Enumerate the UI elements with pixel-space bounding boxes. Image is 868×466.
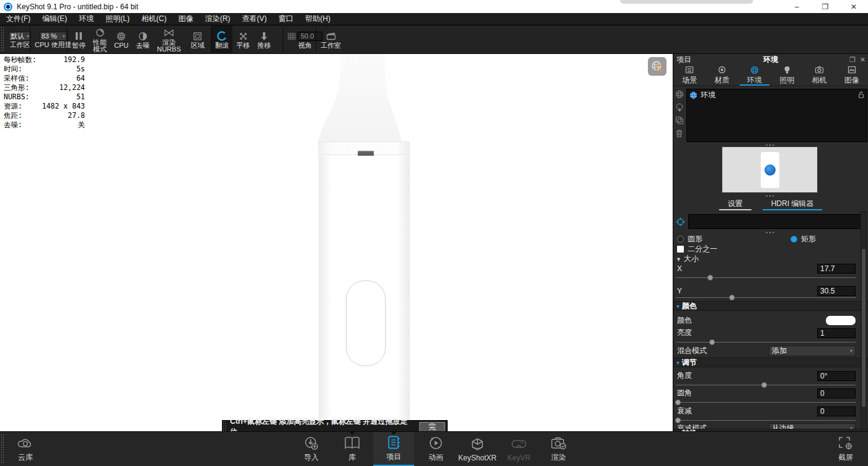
brightness-slider[interactable]: [676, 339, 856, 346]
animation-button[interactable]: 动画: [418, 432, 454, 466]
keyshot-logo-icon: [4, 2, 12, 11]
scrollbar-thumb[interactable]: [862, 249, 866, 407]
performance-mode-button[interactable]: 性能 模式: [89, 25, 110, 54]
import-environment-icon[interactable]: [675, 103, 684, 112]
project-list-icon: [386, 434, 401, 450]
checkbox-half[interactable]: 二分之一: [677, 244, 717, 254]
render-nurbs-button[interactable]: 渲染 NURBS: [153, 25, 185, 54]
blend-mode-select[interactable]: 添加 ▾: [769, 346, 856, 356]
pause-button[interactable]: 暂停: [68, 25, 89, 54]
screenshot-button[interactable]: 截屏: [828, 432, 863, 466]
pin-list[interactable]: [688, 214, 864, 229]
lock-icon[interactable]: [858, 91, 864, 99]
menu-camera[interactable]: 相机(C): [141, 14, 167, 24]
corner-input[interactable]: 0: [817, 388, 856, 398]
minimize-button[interactable]: –: [782, 0, 811, 13]
render-camera-icon: [551, 435, 567, 451]
tab-environment[interactable]: 环境: [738, 65, 771, 86]
corner-slider[interactable]: [676, 400, 856, 406]
environment-list[interactable]: 环境: [686, 89, 867, 142]
menu-image[interactable]: 图像: [179, 14, 193, 24]
stat-value: 5s: [76, 65, 85, 74]
menu-edit[interactable]: 编辑(E): [42, 14, 67, 24]
library-button[interactable]: 库: [335, 432, 370, 466]
tooltip-text: Ctrl+鼠标左键 添加高亮显示，鼠标左键 并通过拖放定位: [230, 416, 414, 431]
pin-list-row: [676, 214, 864, 229]
animation-play-icon: [428, 435, 443, 451]
menu-file[interactable]: 文件(F): [6, 14, 30, 24]
delete-environment-icon[interactable]: [675, 129, 684, 138]
menu-environment[interactable]: 环境: [79, 14, 94, 24]
tab-hdri-editor[interactable]: HDRI 编辑器: [763, 197, 823, 210]
y-slider[interactable]: [676, 295, 856, 301]
library-label: 库: [348, 452, 356, 463]
bottom-dock: 云库 导入 库 项目 动画 KeyShotXR KeyVR: [0, 431, 868, 466]
pin-target-icon[interactable]: [676, 217, 685, 226]
color-swatch[interactable]: [826, 316, 856, 325]
tab-scene[interactable]: 场景: [673, 65, 706, 86]
x-slider[interactable]: [676, 275, 856, 281]
tumble-button[interactable]: 翻滚: [211, 25, 232, 54]
toolbar-drag-handle[interactable]: [1, 27, 4, 52]
cpu-button[interactable]: CPU: [110, 25, 132, 54]
render-viewport[interactable]: 每秒帧数:192.9 时间:5s 采样值:64 三角形:12,224 NURBS…: [0, 54, 673, 431]
duplicate-environment-icon[interactable]: [675, 116, 684, 125]
tab-lighting[interactable]: 照明: [771, 65, 803, 86]
dolly-button[interactable]: 推移: [254, 25, 275, 54]
project-button[interactable]: 项目: [373, 432, 414, 466]
falloff-label: 衰减: [677, 406, 692, 416]
panel-open-marker: [350, 432, 355, 435]
environment-rotate-widget[interactable]: [648, 57, 666, 76]
brightness-input[interactable]: 1: [817, 328, 856, 338]
menu-lighting[interactable]: 照明(L): [105, 14, 130, 24]
stat-label: NURBS:: [4, 92, 30, 102]
maximize-button[interactable]: ❐: [811, 0, 839, 13]
falloff-input[interactable]: 0: [817, 406, 856, 416]
angle-input[interactable]: 0°: [817, 371, 856, 381]
radio-rectangle[interactable]: 矩形: [790, 234, 816, 244]
environment-list-item[interactable]: 环境: [687, 89, 867, 101]
dock-drag-handle[interactable]: [1, 434, 4, 464]
cloud-library-button[interactable]: 云库: [9, 432, 42, 466]
add-environment-icon[interactable]: [675, 90, 684, 99]
stat-value: 27.8: [68, 111, 85, 120]
studio-button[interactable]: 工作室: [317, 25, 345, 54]
tab-settings[interactable]: 设置: [719, 197, 751, 210]
environment-subtabs: 设置 HDRI 编辑器: [673, 197, 868, 210]
import-button[interactable]: 导入: [293, 432, 330, 466]
radio-icon: [790, 236, 797, 243]
x-input[interactable]: 17.7: [817, 264, 856, 274]
hdri-preview[interactable]: [722, 146, 818, 193]
adjust-section-header[interactable]: ▾ 调节: [673, 357, 868, 367]
panel-window-label: 项目: [676, 55, 691, 65]
radio-circle[interactable]: 圆形: [677, 234, 702, 244]
keyvr-label: KeyVR: [507, 454, 530, 462]
undock-panel-icon[interactable]: ❐: [849, 56, 856, 64]
tab-camera[interactable]: 相机: [803, 65, 835, 86]
close-button[interactable]: ✕: [839, 0, 868, 13]
keyshotxr-button[interactable]: KeyShotXR: [456, 432, 498, 466]
render-button[interactable]: 渲染: [541, 432, 577, 466]
collapse-triangle-icon: ▼: [676, 256, 681, 262]
scene-list-icon: [685, 65, 694, 74]
menu-view[interactable]: 查看(V): [242, 14, 267, 24]
x-label: X: [677, 264, 682, 273]
color-label: 颜色: [677, 315, 692, 326]
color-section-label: 颜色: [682, 301, 697, 311]
menu-render[interactable]: 渲染(R): [205, 14, 231, 24]
close-panel-icon[interactable]: ✕: [860, 56, 866, 64]
tab-image[interactable]: 图像: [836, 65, 868, 86]
tooltip-drag-handle-icon[interactable]: [223, 421, 226, 431]
color-section-header[interactable]: ▾ 颜色: [673, 301, 868, 311]
environment-item-label: 环境: [701, 90, 715, 101]
animation-label: 动画: [428, 452, 443, 463]
panel-scrollbar[interactable]: [861, 211, 867, 430]
menu-window[interactable]: 窗口: [278, 14, 293, 24]
done-button[interactable]: 完成: [419, 422, 445, 432]
hdri-pin-dot[interactable]: [764, 164, 776, 176]
menu-help[interactable]: 帮助(H): [305, 14, 330, 24]
denoise-button[interactable]: 去噪: [132, 25, 153, 54]
tab-material[interactable]: 材质: [706, 65, 738, 86]
region-button[interactable]: 区域: [187, 25, 208, 54]
pan-button[interactable]: 平移: [232, 25, 254, 54]
